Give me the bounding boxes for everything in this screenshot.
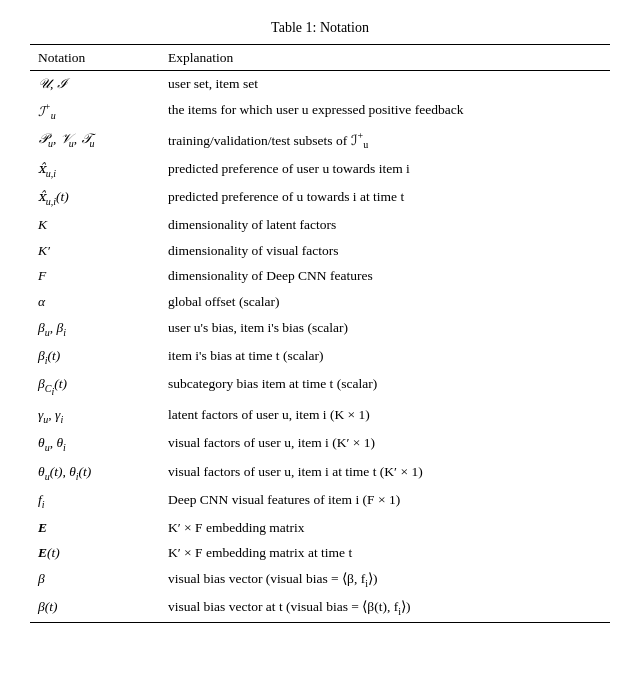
- notation-cell: F: [30, 263, 160, 289]
- table-title: Table 1: Notation: [271, 20, 369, 36]
- explanation-cell: global offset (scalar): [160, 289, 610, 315]
- explanation-cell: predicted preference of u towards i at t…: [160, 184, 610, 212]
- notation-cell: x̂u,i(t): [30, 184, 160, 212]
- notation-cell: x̂u,i: [30, 156, 160, 184]
- notation-cell: βu, βi: [30, 315, 160, 343]
- explanation-cell: Deep CNN visual features of item i (F × …: [160, 487, 610, 515]
- explanation-cell: training/validation/test subsets of ℐ+u: [160, 126, 610, 156]
- table-row: EK′ × F embedding matrix: [30, 515, 610, 541]
- notation-cell: α: [30, 289, 160, 315]
- table-row: x̂u,i(t)predicted preference of u toward…: [30, 184, 610, 212]
- table-row: x̂u,ipredicted preference of user u towa…: [30, 156, 610, 184]
- explanation-cell: visual bias vector at t (visual bias = ⟨…: [160, 594, 610, 623]
- table-row: 𝒰, ℐuser set, item set: [30, 71, 610, 97]
- table-row: γu, γilatent factors of user u, item i (…: [30, 402, 610, 430]
- explanation-cell: item i's bias at time t (scalar): [160, 343, 610, 371]
- notation-cell: fi: [30, 487, 160, 515]
- notation-cell: θu(t), θi(t): [30, 459, 160, 487]
- table-row: βCi(t)subcategory bias item at time t (s…: [30, 371, 610, 402]
- explanation-cell: the items for which user u expressed pos…: [160, 97, 610, 127]
- table-row: αglobal offset (scalar): [30, 289, 610, 315]
- notation-cell: E(t): [30, 540, 160, 566]
- notation-cell: θu, θi: [30, 430, 160, 458]
- explanation-cell: user set, item set: [160, 71, 610, 97]
- table-row: fiDeep CNN visual features of item i (F …: [30, 487, 610, 515]
- explanation-cell: predicted preference of user u towards i…: [160, 156, 610, 184]
- explanation-cell: dimensionality of Deep CNN features: [160, 263, 610, 289]
- explanation-cell: latent factors of user u, item i (K × 1): [160, 402, 610, 430]
- table-row: θu(t), θi(t)visual factors of user u, it…: [30, 459, 610, 487]
- explanation-cell: K′ × F embedding matrix at time t: [160, 540, 610, 566]
- table-header-row: Notation Explanation: [30, 45, 610, 71]
- notation-cell: 𝒰, ℐ: [30, 71, 160, 97]
- table-row: Kdimensionality of latent factors: [30, 212, 610, 238]
- notation-table: Notation Explanation 𝒰, ℐuser set, item …: [30, 44, 610, 623]
- notation-cell: β(t): [30, 594, 160, 623]
- notation-cell: K: [30, 212, 160, 238]
- notation-cell: ℐ+u: [30, 97, 160, 127]
- table-row: Fdimensionality of Deep CNN features: [30, 263, 610, 289]
- table-row: 𝒫u, 𝒱u, 𝒯utraining/validation/test subse…: [30, 126, 610, 156]
- header-notation: Notation: [30, 45, 160, 71]
- explanation-cell: subcategory bias item at time t (scalar): [160, 371, 610, 402]
- table-row: K′dimensionality of visual factors: [30, 238, 610, 264]
- notation-cell: βCi(t): [30, 371, 160, 402]
- explanation-cell: visual factors of user u, item i at time…: [160, 459, 610, 487]
- explanation-cell: K′ × F embedding matrix: [160, 515, 610, 541]
- notation-cell: E: [30, 515, 160, 541]
- notation-cell: 𝒫u, 𝒱u, 𝒯u: [30, 126, 160, 156]
- notation-cell: K′: [30, 238, 160, 264]
- header-explanation: Explanation: [160, 45, 610, 71]
- table-row: ℐ+uthe items for which user u expressed …: [30, 97, 610, 127]
- table-row: βu, βiuser u's bias, item i's bias (scal…: [30, 315, 610, 343]
- explanation-cell: visual factors of user u, item i (K′ × 1…: [160, 430, 610, 458]
- explanation-cell: user u's bias, item i's bias (scalar): [160, 315, 610, 343]
- notation-cell: β: [30, 566, 160, 594]
- explanation-cell: dimensionality of visual factors: [160, 238, 610, 264]
- table-row: βvisual bias vector (visual bias = ⟨β, f…: [30, 566, 610, 594]
- table-row: β(t)visual bias vector at t (visual bias…: [30, 594, 610, 623]
- table-row: θu, θivisual factors of user u, item i (…: [30, 430, 610, 458]
- table-row: E(t)K′ × F embedding matrix at time t: [30, 540, 610, 566]
- table-row: βi(t)item i's bias at time t (scalar): [30, 343, 610, 371]
- notation-cell: βi(t): [30, 343, 160, 371]
- notation-cell: γu, γi: [30, 402, 160, 430]
- explanation-cell: visual bias vector (visual bias = ⟨β, fi…: [160, 566, 610, 594]
- explanation-cell: dimensionality of latent factors: [160, 212, 610, 238]
